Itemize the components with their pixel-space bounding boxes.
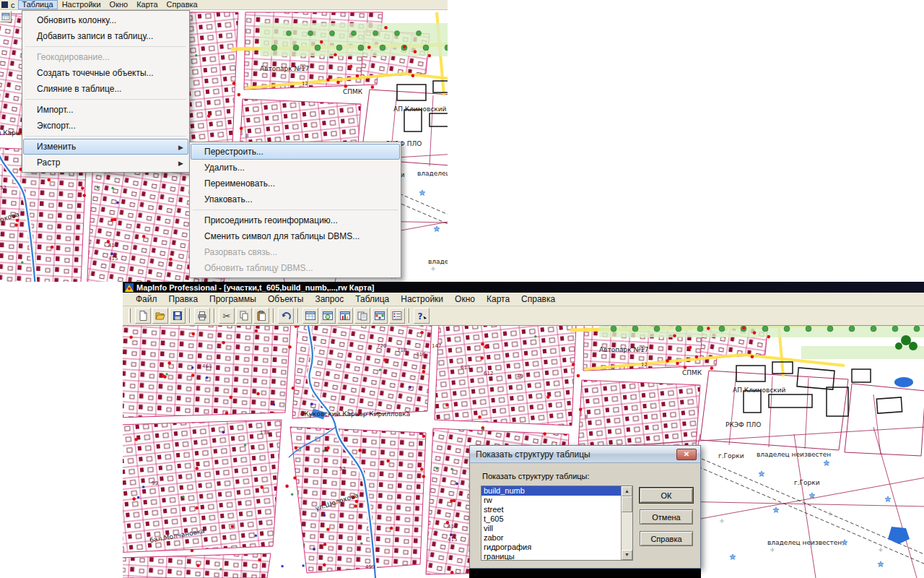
- help-button[interactable]: Справка: [640, 531, 693, 546]
- edit-submenu-item-6[interactable]: Сменить символ для таблицы DBMS...: [191, 228, 400, 244]
- menubar-item[interactable]: Объекты: [262, 293, 310, 306]
- submenu-arrow-icon: ▶: [178, 156, 183, 171]
- ok-button[interactable]: ОК: [640, 488, 693, 503]
- toolbar-new-browser-button[interactable]: [302, 308, 318, 324]
- new-browser-icon: [305, 310, 316, 322]
- table-menu-item-1[interactable]: Добавить записи в таблицу...: [23, 28, 188, 44]
- scroll-up-icon[interactable]: ▲: [622, 486, 632, 496]
- submenu-arrow-icon: ▶: [178, 140, 183, 155]
- menu-item-label: Разорвать связь...: [204, 247, 277, 257]
- toolbar-new-redistrict-button[interactable]: [372, 308, 388, 324]
- list-item[interactable]: street: [481, 505, 621, 514]
- toolbar-paste-button[interactable]: [253, 308, 269, 324]
- table-menu-item-8[interactable]: Экспорт...: [23, 118, 188, 134]
- toolbar-separator: [297, 309, 299, 323]
- edit-submenu-item-0[interactable]: Перестроить...: [191, 144, 400, 160]
- edit-submenu-item-7[interactable]: Разорвать связь...: [191, 244, 400, 260]
- menubar-item[interactable]: Таблица: [18, 0, 58, 9]
- menu-item-label: Присоединить геоинформацию...: [204, 215, 338, 225]
- menubar-item[interactable]: Окно: [105, 0, 133, 9]
- edit-submenu-item-2[interactable]: Переименовать...: [191, 176, 400, 191]
- menubar-item[interactable]: Файл: [130, 293, 163, 306]
- table-menu-item-10[interactable]: Изменить▶: [23, 139, 188, 155]
- screen: Автопарк №17СПМКАП КлимовскийРКЭФ ПЛОг.Г…: [0, 0, 924, 578]
- edit-submenu-item-8[interactable]: Обновить таблицу DBMS...: [191, 260, 400, 276]
- cancel-button[interactable]: Отмена: [640, 509, 693, 525]
- list-item[interactable]: rw: [481, 496, 621, 505]
- toolbar-undo-button[interactable]: [278, 308, 294, 324]
- menubar-top: с ТаблицаНастройкиОкноКартаСправка: [0, 0, 448, 10]
- menubar-item[interactable]: Правка: [163, 293, 204, 306]
- menubar-item[interactable]: Таблица: [349, 293, 395, 306]
- window-titlebar[interactable]: MapInfo Professional - [участки,t_605,bu…: [123, 282, 924, 293]
- toolbar-new-map-button[interactable]: [320, 308, 336, 324]
- mapinfo-logo-icon: [125, 283, 134, 292]
- scroll-down-icon[interactable]: ▼: [622, 550, 632, 560]
- close-icon[interactable]: ✕: [676, 449, 697, 460]
- edit-submenu-item-3[interactable]: Упаковать...: [191, 191, 400, 207]
- menubar-item[interactable]: Справка: [162, 0, 202, 9]
- toolbar-new-graph-button[interactable]: [337, 308, 353, 324]
- toolbar-open-button[interactable]: [152, 308, 168, 324]
- table-structure-listbox[interactable]: build_numbrwstreett_605villzaborгидрогра…: [481, 486, 633, 561]
- toolbar-copy-button[interactable]: [236, 308, 252, 324]
- menubar-item[interactable]: Справка: [515, 293, 561, 306]
- edit-submenu: Перестроить...Удалить...Переименовать...…: [189, 142, 401, 278]
- menubar-item[interactable]: Окно: [449, 293, 481, 306]
- menu-item-label: Сменить символ для таблицы DBMS...: [204, 231, 359, 241]
- table-dropdown-menu: Обновить колонку...Добавить записи в таб…: [22, 10, 190, 173]
- menu-item-label: Создать точечные объекты...: [37, 68, 154, 78]
- dialog-titlebar[interactable]: Показать структуру таблицы ✕: [470, 446, 700, 463]
- svg-text:✂: ✂: [223, 311, 231, 322]
- new-layout-icon: [357, 310, 368, 322]
- menubar-item[interactable]: Настройки: [395, 293, 449, 306]
- menubar-item[interactable]: Карта: [132, 0, 162, 9]
- print-icon: [196, 310, 208, 322]
- list-item[interactable]: границы: [481, 552, 621, 561]
- toolbar-window-legend-button[interactable]: [389, 308, 405, 324]
- toolbar-save-button[interactable]: [170, 308, 186, 324]
- list-item[interactable]: build_numb: [481, 486, 621, 496]
- menu-separator: [25, 46, 186, 47]
- table-menu-item-3[interactable]: Геокодирование...: [23, 49, 188, 65]
- menu-item-label: Изменить: [37, 142, 76, 152]
- listbox-scrollbar[interactable]: ▲ ▼: [621, 486, 632, 560]
- edit-submenu-item-1[interactable]: Удалить...: [191, 160, 400, 176]
- toolbar-separator: [409, 309, 410, 323]
- table-menu-item-0[interactable]: Обновить колонку...: [23, 12, 188, 28]
- menu-separator: [25, 99, 186, 100]
- toolbar-new-button[interactable]: [135, 308, 151, 324]
- svg-text:?: ?: [418, 311, 423, 322]
- menu-item-label: Перестроить...: [204, 147, 263, 157]
- list-item[interactable]: vill: [481, 524, 621, 533]
- table-menu-item-4[interactable]: Создать точечные объекты...: [23, 65, 188, 81]
- background-screenshot-fragment: с ТаблицаНастройкиОкноКартаСправка Обнов…: [0, 0, 448, 282]
- list-item[interactable]: zabor: [481, 533, 621, 543]
- menu-item-label: Слияние в таблице...: [37, 84, 121, 94]
- menubar-item[interactable]: Карта: [481, 293, 515, 306]
- menu-item-label: Геокодирование...: [37, 52, 110, 62]
- toolbar-cut-button[interactable]: ✂: [219, 308, 235, 324]
- window-legend-icon: [391, 310, 403, 322]
- toolbar-grip[interactable]: [128, 309, 131, 323]
- toolbar-remnant-button[interactable]: [0, 11, 12, 22]
- menubar-item[interactable]: Запрос: [309, 293, 349, 306]
- toolbar-separator: [189, 309, 191, 323]
- table-menu-item-11[interactable]: Растр▶: [23, 155, 188, 171]
- toolbar-new-layout-button[interactable]: [354, 308, 370, 324]
- table-menu-item-7[interactable]: Импорт...: [23, 102, 188, 118]
- list-item[interactable]: t_605: [481, 514, 621, 524]
- menu-item-label: Импорт...: [37, 105, 74, 115]
- menubar-item[interactable]: Программы: [204, 293, 262, 306]
- new-map-icon: [322, 310, 334, 322]
- toolbar-print-button[interactable]: [194, 308, 210, 324]
- menu-item-label: Экспорт...: [37, 121, 76, 131]
- toolbar-help-button[interactable]: ?: [414, 308, 430, 324]
- table-menu-item-5[interactable]: Слияние в таблице...: [23, 81, 188, 97]
- new-redistrict-icon: [374, 310, 385, 322]
- menubar-item[interactable]: Настройки: [58, 0, 105, 9]
- copy-icon: [238, 310, 250, 322]
- scrollbar-thumb[interactable]: [622, 496, 632, 512]
- edit-submenu-item-5[interactable]: Присоединить геоинформацию...: [191, 212, 400, 228]
- list-item[interactable]: гидрография: [481, 543, 621, 552]
